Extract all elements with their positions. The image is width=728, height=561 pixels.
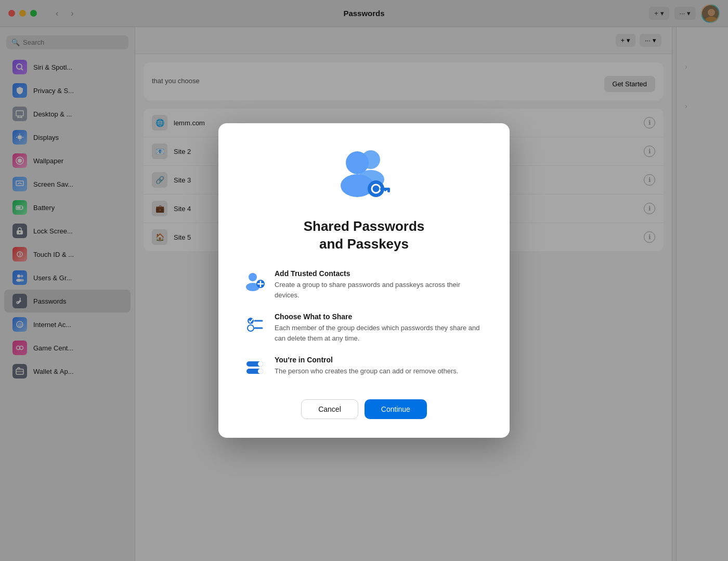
choose-share-icon (243, 312, 266, 335)
modal-title: Shared Passwords and Passkeys (243, 218, 485, 253)
svg-point-36 (346, 151, 369, 174)
shared-passwords-icon (330, 148, 398, 205)
svg-point-53 (258, 361, 263, 367)
continue-button[interactable]: Continue (365, 399, 427, 419)
feature-text-choose-share: Choose What to Share Each member of the … (275, 312, 485, 343)
feature-desc-in-control: The person who creates the group can add… (275, 366, 485, 376)
modal-icon-area (243, 148, 485, 205)
feature-text-add-trusted: Add Trusted Contacts Create a group to s… (275, 269, 485, 300)
svg-point-43 (249, 273, 257, 281)
add-trusted-icon (243, 269, 266, 292)
in-control-icon (243, 356, 266, 379)
svg-rect-41 (387, 188, 390, 192)
svg-rect-42 (384, 188, 386, 191)
modal-dialog: Shared Passwords and Passkeys (218, 123, 510, 438)
feature-list: Add Trusted Contacts Create a group to s… (243, 269, 485, 379)
feature-item-add-trusted: Add Trusted Contacts Create a group to s… (243, 269, 485, 300)
feature-desc-choose-share: Each member of the group decides which p… (275, 323, 485, 343)
feature-desc-add-trusted: Create a group to share passwords and pa… (275, 280, 485, 300)
feature-text-in-control: You're in Control The person who creates… (275, 356, 485, 376)
svg-point-48 (248, 318, 254, 324)
modal-buttons: Cancel Continue (243, 399, 485, 419)
feature-title-choose-share: Choose What to Share (275, 312, 485, 321)
feature-title-add-trusted: Add Trusted Contacts (275, 269, 485, 278)
main-window: ‹ › Passwords + ▾ ··· ▾ 🔍 (0, 0, 728, 561)
cancel-button[interactable]: Cancel (301, 399, 358, 419)
svg-point-50 (248, 325, 254, 331)
feature-item-in-control: You're in Control The person who creates… (243, 356, 485, 379)
feature-title-in-control: You're in Control (275, 356, 485, 364)
feature-item-choose-share: Choose What to Share Each member of the … (243, 312, 485, 343)
modal-overlay[interactable]: Shared Passwords and Passkeys (0, 0, 728, 561)
svg-point-55 (258, 369, 263, 374)
